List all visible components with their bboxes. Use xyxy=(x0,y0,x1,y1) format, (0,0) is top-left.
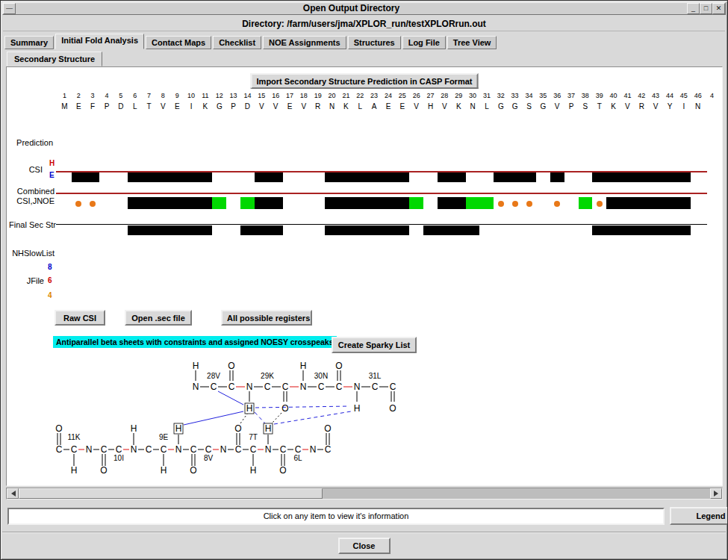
atom-O[interactable]: O xyxy=(100,465,107,476)
combined-segment-green[interactable] xyxy=(212,197,226,209)
atom-C[interactable]: C xyxy=(205,444,212,455)
combined-dot[interactable] xyxy=(597,201,603,207)
atom-O[interactable]: O xyxy=(190,465,196,476)
scroll-left-icon[interactable] xyxy=(7,488,19,499)
atom-H[interactable]: H xyxy=(250,465,257,476)
scroll-right-icon[interactable] xyxy=(710,488,722,499)
combined-dot[interactable] xyxy=(75,201,81,207)
atom-N[interactable]: N xyxy=(193,382,199,392)
combined-segment-green[interactable] xyxy=(466,197,494,209)
csi-bar[interactable] xyxy=(255,172,283,182)
atom-C[interactable]: C xyxy=(146,444,152,455)
residue-label[interactable]: 8V xyxy=(204,454,214,462)
atom-C[interactable]: C xyxy=(250,444,257,455)
combined-segment-green[interactable] xyxy=(579,197,593,209)
atom-N[interactable]: N xyxy=(86,444,93,455)
atom-C[interactable]: C xyxy=(71,444,78,455)
maximize-icon[interactable]: □ xyxy=(700,3,712,14)
atom-C[interactable]: C xyxy=(282,382,289,392)
scrollbar-thumb[interactable] xyxy=(19,488,323,499)
atom-N[interactable]: N xyxy=(131,444,137,455)
csi-bar[interactable] xyxy=(592,172,691,182)
atom-C[interactable]: C xyxy=(325,444,332,455)
legend-button[interactable]: Legend xyxy=(670,507,728,525)
close-button[interactable]: Close xyxy=(338,538,391,554)
csi-bar[interactable] xyxy=(494,172,536,182)
atom-N[interactable]: N xyxy=(175,444,182,455)
final-sec-bar[interactable] xyxy=(128,225,212,235)
atom-N[interactable]: N xyxy=(265,444,272,455)
csi-bar[interactable] xyxy=(325,172,409,182)
csi-bar[interactable] xyxy=(438,172,466,182)
atom-H[interactable]: H xyxy=(161,465,167,476)
atom-O[interactable]: O xyxy=(279,465,286,476)
combined-segment-black[interactable] xyxy=(255,197,283,209)
atom-C[interactable]: C xyxy=(116,444,122,455)
atom-O[interactable]: O xyxy=(55,423,62,434)
final-sec-bar[interactable] xyxy=(240,225,283,235)
atom-O[interactable]: O xyxy=(335,361,342,371)
atom-H[interactable]: H xyxy=(246,403,253,414)
combined-segment-black[interactable] xyxy=(325,197,409,209)
atom-C[interactable]: C xyxy=(235,444,242,455)
residue-label[interactable]: 30N xyxy=(314,372,328,380)
atom-C[interactable]: C xyxy=(372,382,379,392)
atom-C[interactable]: C xyxy=(228,382,235,392)
atom-N[interactable]: N xyxy=(246,382,253,392)
combined-dot[interactable] xyxy=(526,201,532,207)
atom-N[interactable]: N xyxy=(354,382,361,392)
combined-segment-green[interactable] xyxy=(240,197,255,209)
residue-label[interactable]: 6L xyxy=(293,454,302,462)
atom-C[interactable]: C xyxy=(336,382,343,392)
final-sec-bar[interactable] xyxy=(423,225,479,235)
atom-O[interactable]: O xyxy=(281,403,288,414)
atom-C[interactable]: C xyxy=(101,444,108,455)
tab-log-file[interactable]: Log File xyxy=(402,36,446,49)
atom-N[interactable]: N xyxy=(220,444,227,455)
atom-C[interactable]: C xyxy=(161,444,167,455)
import-casp-button[interactable]: Import Secondary Structure Prediction in… xyxy=(251,73,479,89)
residue-label[interactable]: 9E xyxy=(159,433,169,441)
csi-bar[interactable] xyxy=(72,172,100,182)
window-menu-icon[interactable]: — xyxy=(3,3,16,14)
atom-N[interactable]: N xyxy=(300,382,307,392)
atom-H[interactable]: H xyxy=(300,361,307,371)
tab-noe-assignments[interactable]: NOE Assignments xyxy=(263,36,346,49)
tab-secondary-structure[interactable]: Secondary Structure xyxy=(7,52,102,66)
residue-label[interactable]: 31L xyxy=(369,372,382,380)
atom-C[interactable]: C xyxy=(211,382,217,392)
atom-C[interactable]: C xyxy=(390,382,396,392)
combined-dot[interactable] xyxy=(498,201,504,207)
residue-label[interactable]: 28V xyxy=(207,372,220,380)
atom-N[interactable]: N xyxy=(310,444,317,455)
tab-initial-fold-analysis[interactable]: Initial Fold Analysis xyxy=(55,34,144,49)
atom-O[interactable]: O xyxy=(389,403,396,414)
atom-H[interactable]: H xyxy=(354,403,361,414)
residue-label[interactable]: 7T xyxy=(249,433,258,441)
combined-dot[interactable] xyxy=(512,201,518,207)
atom-C[interactable]: C xyxy=(318,382,325,392)
atom-C[interactable]: C xyxy=(56,444,63,455)
atom-C[interactable]: C xyxy=(190,444,197,455)
atom-H[interactable]: H xyxy=(71,465,78,476)
tab-checklist[interactable]: Checklist xyxy=(213,36,261,49)
all-possible-registers-button[interactable]: All possible registers xyxy=(221,310,312,326)
horizontal-scrollbar[interactable] xyxy=(6,488,723,500)
atom-O[interactable]: O xyxy=(234,423,241,434)
atom-H[interactable]: H xyxy=(175,423,182,434)
residue-label[interactable]: 29K xyxy=(261,372,274,380)
combined-segment-black[interactable] xyxy=(438,197,466,209)
combined-segment-green[interactable] xyxy=(409,197,423,209)
csi-bar[interactable] xyxy=(550,172,564,182)
tab-summary[interactable]: Summary xyxy=(4,36,54,49)
tab-contact-maps[interactable]: Contact Maps xyxy=(146,36,211,49)
residue-label[interactable]: 11K xyxy=(67,433,80,441)
csi-bar[interactable] xyxy=(128,172,212,182)
atom-C[interactable]: C xyxy=(280,444,287,455)
minimize-icon[interactable]: _ xyxy=(687,3,700,14)
atom-H[interactable]: H xyxy=(265,423,272,434)
raw-csi-button[interactable]: Raw CSI xyxy=(55,310,105,326)
atom-C[interactable]: C xyxy=(295,444,302,455)
atom-H[interactable]: H xyxy=(193,361,199,371)
atom-O[interactable]: O xyxy=(228,361,234,371)
